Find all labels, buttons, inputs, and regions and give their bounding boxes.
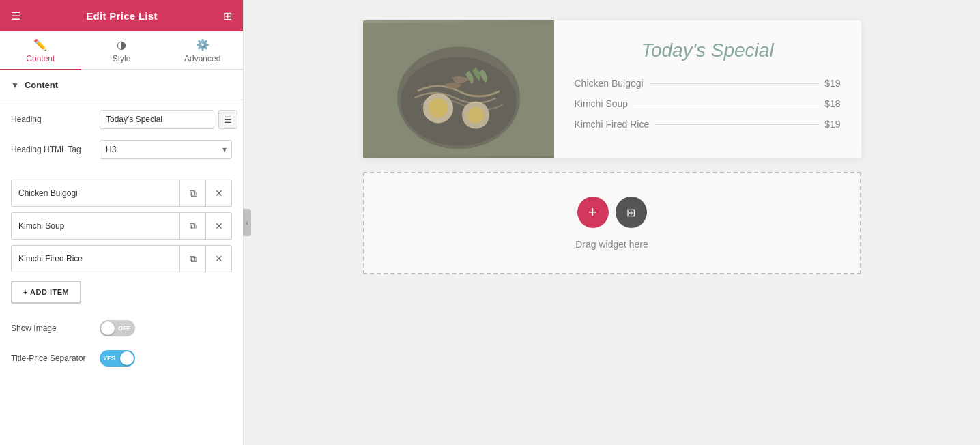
price-list-card: Today's Special Chicken Bulgogi $19 Kimc… [363, 20, 861, 158]
content-tab-icon: ✏️ [33, 38, 47, 51]
item-name: Kimchi Soup [12, 214, 179, 238]
title-price-separator-label: Title-Price Separator [11, 354, 100, 363]
item-actions: ⧉ ✕ [179, 180, 231, 206]
price-separator [633, 104, 819, 104]
delete-item-button[interactable]: ✕ [205, 213, 231, 239]
tab-style-label: Style [113, 54, 131, 63]
item-actions: ⧉ ✕ [179, 213, 231, 239]
panel-content: ▼ Content Heading ☰ Heading HTML Tag H1 [0, 70, 243, 445]
add-widget-button[interactable]: + [577, 197, 609, 228]
heading-html-tag-select[interactable]: H1 H2 H3 H4 H5 H6 [100, 140, 232, 159]
toggle-thumb [101, 321, 115, 335]
price-item: Kimchi Fired Rice $19 [575, 119, 841, 130]
list-item: Kimchi Soup ⧉ ✕ [11, 212, 232, 240]
title-price-separator-toggle[interactable]: YES [100, 350, 135, 367]
item-name: Chicken Bulgogi [12, 182, 179, 205]
tab-content-label: Content [26, 54, 55, 63]
advanced-tab-icon: ⚙️ [196, 38, 210, 51]
tab-style[interactable]: ◑ Style [81, 31, 162, 70]
heading-row: Heading ☰ [11, 110, 232, 129]
collapse-panel-handle[interactable]: ‹ [243, 209, 251, 236]
card-image [363, 20, 554, 158]
title-price-separator-toggle-row: Title-Price Separator YES [0, 345, 243, 372]
card-title: Today's Special [575, 40, 841, 61]
price-item-name: Chicken Bulgogi [575, 78, 644, 89]
heading-control: ☰ [100, 110, 237, 129]
toggle-thumb [120, 351, 134, 365]
item-name: Kimchi Fired Rice [12, 247, 179, 270]
toggle-on-text: YES [103, 355, 115, 362]
tabs: ✏️ Content ◑ Style ⚙️ Advanced [0, 31, 243, 70]
price-item: Kimchi Soup $18 [575, 98, 841, 109]
tab-advanced-label: Advanced [184, 54, 220, 63]
add-item-button[interactable]: + ADD ITEM [11, 281, 81, 304]
price-value: $19 [824, 119, 840, 130]
widget-library-button[interactable]: ⊞ [616, 197, 647, 228]
show-image-toggle[interactable]: OFF [100, 320, 135, 336]
item-actions: ⧉ ✕ [179, 246, 231, 272]
duplicate-item-button[interactable]: ⧉ [179, 246, 205, 272]
chevron-down-icon: ▼ [11, 81, 19, 90]
show-image-toggle-row: Show Image OFF [0, 315, 243, 342]
drag-widget-icons: + ⊞ [577, 197, 647, 228]
price-value: $18 [824, 98, 840, 109]
duplicate-item-button[interactable]: ⧉ [179, 180, 205, 206]
heading-label: Heading [11, 115, 100, 124]
items-list: Chicken Bulgogi ⧉ ✕ Kimchi Soup ⧉ ✕ Kimc… [0, 180, 243, 272]
price-separator [654, 124, 819, 125]
delete-item-button[interactable]: ✕ [205, 180, 231, 206]
duplicate-item-button[interactable]: ⧉ [179, 213, 205, 239]
price-item-name: Kimchi Fired Rice [575, 119, 650, 130]
form-section: Heading ☰ Heading HTML Tag H1 H2 H3 H4 [0, 100, 243, 180]
top-bar-title: Edit Price List [86, 10, 158, 22]
heading-html-tag-row: Heading HTML Tag H1 H2 H3 H4 H5 H6 ▾ [11, 140, 232, 159]
left-panel: ☰ Edit Price List ⊞ ✏️ Content ◑ Style ⚙… [0, 0, 244, 445]
hamburger-icon[interactable]: ☰ [11, 10, 20, 23]
price-separator [649, 83, 819, 84]
toggle-off-text: OFF [118, 325, 130, 332]
drag-widget-area[interactable]: + ⊞ Drag widget here [363, 172, 861, 274]
grid-icon[interactable]: ⊞ [223, 10, 232, 23]
card-content: Today's Special Chicken Bulgogi $19 Kimc… [554, 20, 861, 158]
right-panel: Today's Special Chicken Bulgogi $19 Kimc… [244, 0, 980, 445]
heading-html-tag-label: Heading HTML Tag [11, 145, 100, 154]
heading-input[interactable] [100, 110, 214, 129]
price-item-name: Kimchi Soup [575, 98, 629, 109]
section-header-content[interactable]: ▼ Content [0, 70, 243, 100]
heading-menu-button[interactable]: ☰ [218, 110, 237, 129]
top-bar: ☰ Edit Price List ⊞ [0, 0, 243, 31]
show-image-label: Show Image [11, 324, 100, 333]
price-item: Chicken Bulgogi $19 [575, 78, 841, 89]
drag-widget-text: Drag widget here [575, 239, 648, 250]
list-item: Kimchi Fired Rice ⧉ ✕ [11, 245, 232, 272]
heading-html-tag-control: H1 H2 H3 H4 H5 H6 ▾ [100, 140, 232, 159]
list-item: Chicken Bulgogi ⧉ ✕ [11, 180, 232, 207]
section-title: Content [25, 80, 58, 90]
delete-item-button[interactable]: ✕ [205, 246, 231, 272]
tab-content[interactable]: ✏️ Content [0, 31, 81, 70]
price-value: $19 [824, 78, 840, 89]
style-tab-icon: ◑ [117, 38, 126, 51]
heading-html-tag-select-wrapper: H1 H2 H3 H4 H5 H6 ▾ [100, 140, 232, 159]
tab-advanced[interactable]: ⚙️ Advanced [162, 31, 243, 70]
